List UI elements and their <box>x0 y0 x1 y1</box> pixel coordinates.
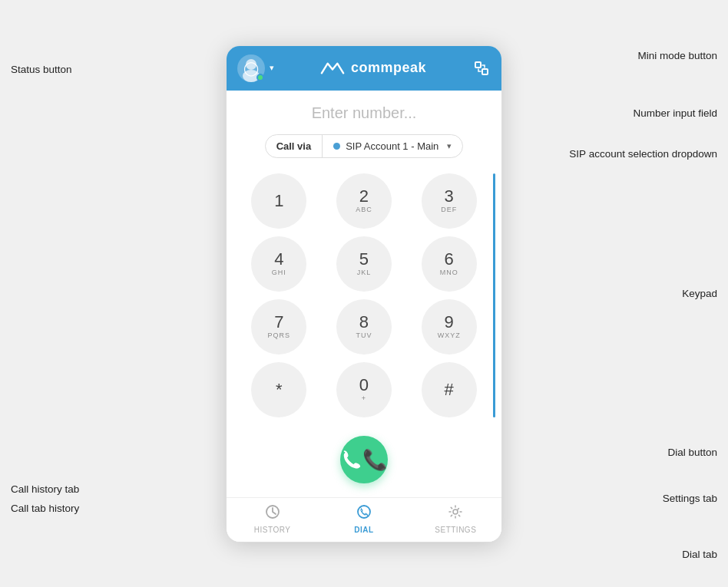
key-main-10: 0 <box>359 377 369 394</box>
sip-account-dropdown[interactable]: SIP Account 1 - Main ▾ <box>323 135 462 157</box>
tab-history[interactable]: HISTORY <box>246 504 299 534</box>
bottom-tabs: HISTORYDIALSETTINGS <box>227 497 501 542</box>
tab-icon-dial <box>356 504 372 523</box>
tab-dial[interactable]: DIAL <box>337 504 391 534</box>
number-input-area <box>227 91 501 130</box>
key-sub-1: ABC <box>356 206 372 213</box>
key-main-11: # <box>445 381 454 398</box>
keypad-label: Keypad <box>682 288 717 299</box>
sip-dropdown-label: SIP account selection dropdown <box>569 148 717 160</box>
avatar[interactable]: ◯ <box>237 54 265 82</box>
phone-glyph: 📞 <box>362 450 387 470</box>
tab-icon-settings <box>448 504 463 523</box>
mini-mode-button[interactable] <box>472 59 491 77</box>
key-main-4: 5 <box>359 251 369 268</box>
tab-label-settings: SETTINGS <box>435 526 476 534</box>
key-sub-7: TUV <box>356 331 372 339</box>
dial-tab-label: Dial tab <box>682 549 717 560</box>
phone-frame: ◯ ▾ commpeak <box>226 45 502 542</box>
number-input[interactable] <box>242 104 486 122</box>
svg-rect-2 <box>475 62 481 68</box>
key-sub-6: PQRS <box>268 331 291 339</box>
sip-account-name: SIP Account 1 - Main <box>346 140 438 152</box>
key-main-6: 7 <box>274 314 283 331</box>
phone-icon <box>341 449 362 470</box>
sip-selector[interactable]: Call via SIP Account 1 - Main ▾ <box>265 134 464 158</box>
app-name: commpeak <box>351 60 426 76</box>
mini-mode-icon <box>472 59 491 77</box>
key-9[interactable]: 9WXYZ <box>422 299 477 355</box>
key-5[interactable]: 5JKL <box>336 236 392 292</box>
call-via-label: Call via <box>266 135 323 157</box>
key-main-9: * <box>276 381 283 398</box>
key-main-5: 6 <box>445 251 454 268</box>
tab-settings[interactable]: SETTINGS <box>429 504 482 534</box>
key-star[interactable]: * <box>251 362 306 417</box>
key-main-1: 2 <box>359 188 369 205</box>
key-main-2: 3 <box>445 188 454 205</box>
key-main-7: 8 <box>359 314 369 331</box>
tab-label-dial: DIAL <box>354 526 373 534</box>
key-6[interactable]: 6MNO <box>422 236 477 292</box>
key-main-0: 1 <box>274 193 283 209</box>
key-sub-4: JKL <box>357 269 372 276</box>
sip-selector-row: Call via SIP Account 1 - Main ▾ <box>227 130 501 169</box>
mini-mode-button-label: Mini mode button <box>637 50 717 61</box>
key-sub-10: + <box>362 394 366 402</box>
status-button-label: Status button <box>11 64 72 75</box>
svg-point-5 <box>358 506 370 518</box>
dial-button-label: Dial button <box>667 447 717 458</box>
tab-icon-history <box>265 504 280 523</box>
key-main-8: 9 <box>445 314 454 331</box>
status-indicator <box>256 74 264 81</box>
dial-area: 📞 <box>227 428 501 497</box>
key-7[interactable]: 7PQRS <box>251 299 306 355</box>
key-2[interactable]: 2ABC <box>336 173 392 229</box>
dial-button[interactable]: 📞 <box>340 436 388 483</box>
key-hash[interactable]: # <box>422 362 477 417</box>
key-4[interactable]: 4GHI <box>251 236 306 292</box>
key-sub-3: GHI <box>272 269 286 276</box>
svg-point-0 <box>246 59 256 70</box>
svg-rect-3 <box>482 69 488 74</box>
tab-label-history: HISTORY <box>254 526 291 534</box>
keypad-grid: 12ABC3DEF4GHI5JKL6MNO7PQRS8TUV9WXYZ*0+# <box>240 173 488 417</box>
keypad-area: 12ABC3DEF4GHI5JKL6MNO7PQRS8TUV9WXYZ*0+# <box>227 169 501 428</box>
key-0[interactable]: 0+ <box>336 362 392 417</box>
key-sub-8: WXYZ <box>438 331 461 339</box>
app-header: ◯ ▾ commpeak <box>227 46 501 91</box>
number-input-field-label: Number input field <box>633 107 717 119</box>
key-8[interactable]: 8TUV <box>336 299 392 355</box>
sip-chevron-icon: ▾ <box>447 141 452 151</box>
logo-icon <box>320 60 345 77</box>
settings-tab-label: Settings tab <box>663 493 717 504</box>
header-left: ◯ ▾ <box>237 54 274 82</box>
call-history-tab-annotation: Call history tab <box>11 483 79 495</box>
key-sub-2: DEF <box>441 206 457 213</box>
logo-area: commpeak <box>320 60 426 77</box>
svg-point-6 <box>453 510 458 514</box>
sip-account-dot <box>333 143 340 150</box>
call-history-tab-label: Call tab history <box>11 503 79 514</box>
key-sub-5: MNO <box>440 269 458 276</box>
key-1[interactable]: 1 <box>251 173 306 229</box>
key-3[interactable]: 3DEF <box>422 173 477 229</box>
chevron-down-icon[interactable]: ▾ <box>270 63 274 73</box>
key-main-3: 4 <box>274 251 283 268</box>
